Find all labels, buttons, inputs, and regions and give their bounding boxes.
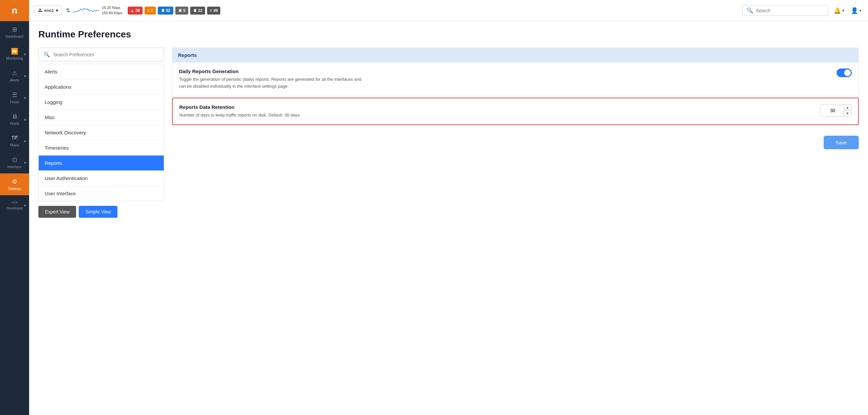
- right-panel: Reports Daily Reports Generation Toggle …: [172, 48, 859, 218]
- menu-item-applications[interactable]: Applications: [39, 80, 164, 95]
- section-header-reports: Reports: [172, 48, 859, 63]
- expert-view-button[interactable]: Expert View: [38, 206, 76, 218]
- spinner-up[interactable]: ▲: [844, 105, 851, 111]
- daily-reports-card: Daily Reports Generation Toggle the gene…: [172, 63, 859, 96]
- sidebar-item-monitoring[interactable]: ⏩ Monitoring ▶: [0, 43, 29, 65]
- user-menu-btn[interactable]: 👤 ▾: [849, 6, 863, 16]
- sidebar-item-interface[interactable]: ⊡ Interface ▶: [0, 152, 29, 173]
- search-preferences-box[interactable]: 🔍: [38, 48, 164, 61]
- notifications-btn[interactable]: 🔔 ▾: [832, 6, 845, 16]
- menu-item-misc[interactable]: Misc: [39, 110, 164, 125]
- sidebar-item-label: Developer: [6, 206, 23, 210]
- sidebar-item-maps[interactable]: 🗺 Maps ▶: [0, 130, 29, 152]
- maps-icon: 🗺: [11, 135, 18, 142]
- badge-hosts-22[interactable]: 🖥 22: [190, 7, 205, 14]
- data-retention-desc: Number of days to keep traffic reports o…: [179, 112, 301, 119]
- menu-item-logging[interactable]: Logging: [39, 95, 164, 110]
- daily-reports-toggle[interactable]: [837, 68, 852, 77]
- alerts-icon: ⚠: [12, 69, 17, 77]
- flows-icon: ☰: [12, 91, 17, 99]
- main-area: 🖧 eno1 ▾ ⇅ 16.20 Kbps 150.80 Kbps ▲ 38 ≡…: [29, 0, 868, 415]
- sidebar-item-label: Monitoring: [6, 56, 23, 60]
- chevron-icon: ▶: [25, 118, 27, 121]
- menu-item-timeseries[interactable]: Timeseries: [39, 140, 164, 155]
- save-button[interactable]: Save: [824, 136, 859, 149]
- sidebar-item-label: Interface: [8, 165, 22, 169]
- spinner-down[interactable]: ▼: [844, 111, 851, 117]
- chevron-icon: ▶: [25, 53, 27, 56]
- traffic-down: 150.80 Kbps: [102, 10, 122, 16]
- dropdown-arrow: ▾: [56, 8, 58, 13]
- simple-view-button[interactable]: Simple View: [79, 206, 118, 218]
- chevron-icon: ▶: [25, 75, 27, 78]
- data-retention-card: Reports Data Retention Number of days to…: [172, 98, 859, 125]
- global-search-box[interactable]: 🔍: [742, 5, 828, 16]
- settings-icon: ⚙: [12, 178, 17, 185]
- preferences-menu: Alerts Applications Logging Misc Network…: [38, 64, 164, 201]
- view-toggle-buttons: Expert View Simple View: [38, 206, 164, 218]
- traffic-arrows: ⇅: [66, 7, 70, 13]
- data-retention-info: Reports Data Retention Number of days to…: [179, 104, 301, 119]
- sidebar-item-alerts[interactable]: ⚠ Alerts ▶: [0, 65, 29, 87]
- badge-hosts-49[interactable]: ≡ 49: [207, 7, 220, 14]
- sidebar-item-label: Settings: [8, 187, 21, 190]
- sidebar-item-dashboard[interactable]: ⊞ Dashboard: [0, 21, 29, 43]
- menu-item-user-authentication[interactable]: User Authentication: [39, 171, 164, 186]
- retention-days-input-wrapper: ▲ ▼: [820, 104, 851, 117]
- daily-reports-title: Daily Reports Generation: [179, 68, 364, 74]
- global-search-input[interactable]: [756, 8, 824, 13]
- number-spinners: ▲ ▼: [843, 105, 851, 117]
- chevron-icon: ▶: [25, 204, 27, 207]
- menu-item-network-discovery[interactable]: Network Discovery: [39, 125, 164, 140]
- badge-warning[interactable]: ≡ 1: [145, 7, 156, 14]
- monitoring-icon: ⏩: [11, 48, 18, 55]
- sparkline-chart: [73, 6, 99, 16]
- traffic-graph: ⇅ 16.20 Kbps 150.80 Kbps: [66, 5, 122, 16]
- search-preferences-input[interactable]: [53, 52, 159, 57]
- badge-hosts-online[interactable]: 🖥 52: [158, 7, 173, 14]
- sidebar-item-label: Flows: [10, 100, 20, 104]
- interface-selector[interactable]: 🖧 eno1 ▾: [34, 6, 62, 15]
- chevron-icon: ▶: [25, 161, 27, 164]
- sidebar: n ⊞ Dashboard ⏩ Monitoring ▶ ⚠ Alerts ▶ …: [0, 0, 29, 415]
- content-area: Runtime Preferences ? 🔍 Alerts Applicati…: [29, 21, 868, 415]
- server-icon: 🖧: [38, 8, 42, 13]
- sidebar-item-developer[interactable]: </> Developer ▶: [0, 195, 29, 215]
- traffic-up: 16.20 Kbps: [102, 5, 122, 10]
- content-layout: 🔍 Alerts Applications Logging Misc Netwo…: [38, 48, 859, 218]
- badge-hosts-5[interactable]: 🖥 5: [175, 7, 188, 14]
- sidebar-item-label: Hosts: [10, 121, 19, 125]
- retention-days-input[interactable]: [820, 105, 843, 116]
- interface-icon: ⊡: [12, 156, 17, 164]
- topbar: 🖧 eno1 ▾ ⇅ 16.20 Kbps 150.80 Kbps ▲ 38 ≡…: [29, 0, 868, 21]
- sidebar-item-settings[interactable]: ⚙ Settings: [0, 173, 29, 195]
- interface-name: eno1: [44, 8, 54, 13]
- hosts-icon: 🖥: [11, 113, 18, 120]
- sidebar-item-hosts[interactable]: 🖥 Hosts ▶: [0, 109, 29, 130]
- dashboard-icon: ⊞: [12, 26, 17, 33]
- page-title: Runtime Preferences: [38, 29, 859, 40]
- data-retention-title: Reports Data Retention: [179, 104, 301, 110]
- left-panel: 🔍 Alerts Applications Logging Misc Netwo…: [38, 48, 164, 218]
- menu-item-reports[interactable]: Reports: [39, 155, 164, 171]
- developer-icon: </>: [11, 200, 18, 205]
- badge-alerts[interactable]: ▲ 38: [128, 7, 143, 14]
- badge-group: ▲ 38 ≡ 1 🖥 52 🖥 5 🖥 22 ≡ 49: [128, 7, 221, 14]
- daily-reports-info: Daily Reports Generation Toggle the gene…: [179, 68, 364, 90]
- sidebar-item-label: Alerts: [10, 78, 19, 82]
- menu-item-user-interface[interactable]: User Interface: [39, 186, 164, 201]
- chevron-icon: ▶: [25, 96, 27, 99]
- daily-reports-desc: Toggle the generation of periodic (daily…: [179, 76, 364, 90]
- sidebar-logo[interactable]: n: [0, 0, 29, 21]
- sidebar-item-label: Dashboard: [6, 34, 24, 38]
- search-pref-icon: 🔍: [43, 51, 50, 58]
- traffic-values: 16.20 Kbps 150.80 Kbps: [102, 5, 122, 16]
- search-icon: 🔍: [747, 7, 753, 13]
- sidebar-item-flows[interactable]: ☰ Flows ▶: [0, 87, 29, 109]
- sidebar-item-label: Maps: [10, 143, 19, 147]
- menu-item-alerts[interactable]: Alerts: [39, 64, 164, 80]
- chevron-icon: ▶: [25, 139, 27, 142]
